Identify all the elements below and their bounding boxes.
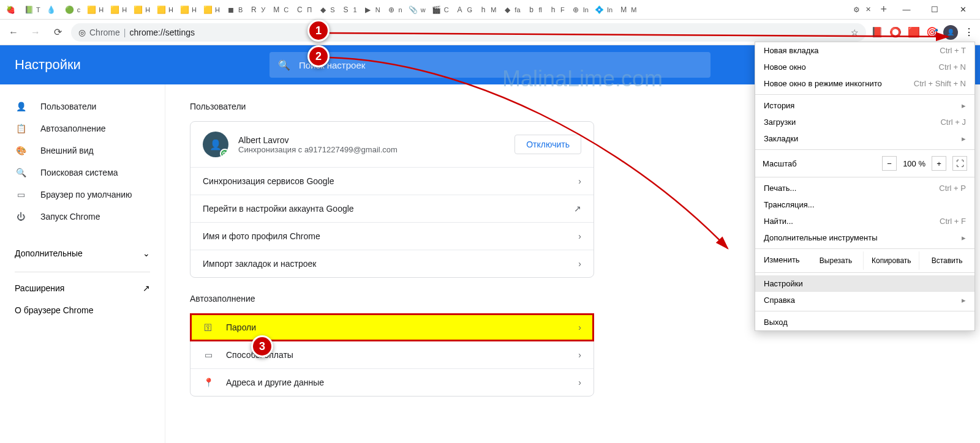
marker-3: 3: [251, 335, 273, 357]
tab[interactable]: 🎬C: [429, 1, 452, 19]
menu-incognito[interactable]: Новое окно в режиме инкогнитоCtrl + Shif…: [755, 75, 974, 92]
tab-title: w: [421, 6, 426, 13]
paste-button[interactable]: Вставить: [919, 251, 974, 270]
disconnect-button[interactable]: Отключить: [514, 135, 581, 154]
tab[interactable]: ◆fa: [499, 1, 523, 19]
tab-title: Н: [215, 6, 220, 13]
sidebar-advanced[interactable]: Дополнительные ⌄: [5, 240, 160, 267]
tab[interactable]: 🟨Н: [153, 1, 176, 19]
menu-exit[interactable]: Выход: [755, 314, 974, 330]
tab[interactable]: 🟨Н: [176, 1, 200, 19]
tab[interactable]: 🟢c: [62, 1, 84, 19]
extension-icon[interactable]: 📕: [871, 26, 883, 39]
sidebar-item[interactable]: 📋Автозаполнение: [5, 117, 160, 140]
tab[interactable]: AG: [452, 1, 476, 19]
tab[interactable]: 🟨Н: [130, 1, 153, 19]
sidebar-item[interactable]: 🔍Поисковая система: [5, 162, 160, 184]
sidebar-item[interactable]: ▭Браузер по умолчанию: [5, 184, 160, 206]
extension-icon[interactable]: 🎯: [926, 26, 938, 39]
fullscreen-button[interactable]: ⛶: [952, 156, 967, 171]
zoom-in-button[interactable]: +: [932, 156, 946, 171]
chevron-right-icon: ›: [578, 176, 581, 186]
omnibox[interactable]: ◎ Chrome | chrome://settings ☆: [71, 23, 866, 42]
tab[interactable]: ⊕n: [383, 1, 405, 19]
tab[interactable]: 📎w: [405, 1, 429, 19]
tab[interactable]: 🟨Н: [83, 1, 107, 19]
chevron-right-icon: ›: [578, 231, 581, 241]
menu-print[interactable]: Печать...Ctrl + P: [755, 180, 974, 196]
sidebar-item[interactable]: ⏻Запуск Chrome: [5, 206, 160, 228]
tab-favicon: ◆: [502, 5, 512, 15]
tab[interactable]: bfl: [524, 1, 546, 19]
tab[interactable]: 🟨Н: [107, 1, 130, 19]
star-icon[interactable]: ☆: [851, 28, 859, 37]
tab-favicon: 🟨: [179, 5, 189, 15]
sidebar-advanced-label: Дополнительные: [15, 248, 83, 258]
menu-history[interactable]: История▸: [755, 97, 974, 114]
extension-icon[interactable]: ⭕: [889, 26, 902, 39]
omnibox-url: chrome://settings: [129, 28, 195, 37]
tab[interactable]: 💠In: [592, 1, 616, 19]
menu-settings[interactable]: Настройки: [755, 275, 974, 292]
tab[interactable]: ◆S: [315, 1, 337, 19]
menu-help[interactable]: Справка▸: [755, 292, 974, 308]
tab-title: 1: [353, 6, 357, 13]
sidebar-item-icon: 🔍: [15, 168, 27, 177]
divider: [755, 177, 974, 177]
menu-new-tab[interactable]: Новая вкладкаCtrl + T: [755, 42, 974, 59]
close-tab-icon[interactable]: ✕: [864, 6, 872, 14]
menu-downloads[interactable]: ЗагрузкиCtrl + J: [755, 114, 974, 130]
menu-cast[interactable]: Трансляция...: [755, 196, 974, 213]
maximize-button[interactable]: ☐: [926, 1, 943, 18]
tab[interactable]: 🟨Н: [200, 1, 223, 19]
autofill-row[interactable]: 📍Адреса и другие данные›: [190, 368, 594, 396]
minimize-button[interactable]: —: [898, 1, 915, 18]
autofill-row[interactable]: ⚿Пароли›: [190, 314, 594, 341]
tab-favicon: b: [527, 5, 537, 15]
tab[interactable]: CП: [292, 1, 315, 19]
tab[interactable]: RУ: [246, 1, 268, 19]
tab[interactable]: hF: [545, 1, 568, 19]
copy-button[interactable]: Копировать: [864, 251, 919, 270]
tab[interactable]: MM: [616, 1, 639, 19]
name-photo-row[interactable]: Имя и фото профиля Chrome ›: [190, 222, 594, 250]
tab-title: В: [238, 6, 243, 13]
cut-button[interactable]: Вырезать: [809, 251, 864, 270]
tab-favicon: h: [478, 5, 488, 15]
new-tab-button[interactable]: +: [875, 3, 892, 16]
chevron-right-icon: ▸: [962, 101, 966, 110]
menu-find[interactable]: Найти...Ctrl + F: [755, 213, 974, 229]
menu-bookmarks[interactable]: Закладки▸: [755, 130, 974, 147]
import-bookmarks-row[interactable]: Импорт закладок и настроек ›: [190, 250, 594, 277]
sidebar-item[interactable]: 👤Пользователи: [5, 95, 160, 117]
google-account-row[interactable]: Перейти в настройки аккаунта Google ↗: [190, 195, 594, 222]
menu-new-window[interactable]: Новое окноCtrl + N: [755, 59, 974, 75]
tab[interactable]: ▶N: [360, 1, 383, 19]
settings-search-input[interactable]: [299, 60, 702, 70]
tab[interactable]: 💧: [43, 1, 62, 19]
sync-services-row[interactable]: Синхронизация сервисов Google ›: [190, 167, 594, 195]
tab[interactable]: S1: [338, 1, 360, 19]
forward-button[interactable]: →: [27, 24, 44, 41]
sidebar-item[interactable]: 🎨Внешний вид: [5, 140, 160, 162]
back-button[interactable]: ←: [5, 24, 22, 41]
active-tab[interactable]: ⚙ ✕: [848, 1, 875, 19]
reload-button[interactable]: ⟳: [49, 24, 66, 41]
tab[interactable]: 📗Т: [21, 1, 43, 19]
tab[interactable]: 🍓: [2, 1, 21, 19]
tab[interactable]: ◼В: [223, 1, 246, 19]
settings-search[interactable]: 🔍: [270, 52, 710, 78]
close-window-button[interactable]: ✕: [954, 1, 971, 18]
menu-button[interactable]: ⋮: [963, 26, 975, 39]
profile-avatar-icon[interactable]: 👤: [943, 25, 958, 40]
tab[interactable]: hM: [475, 1, 499, 19]
menu-more-tools[interactable]: Дополнительные инструменты▸: [755, 229, 974, 246]
extension-icon[interactable]: 🟥: [908, 26, 920, 39]
tab[interactable]: ⊕In: [568, 1, 592, 19]
tab-favicon: ▶: [363, 5, 373, 15]
chevron-right-icon: ▸: [962, 233, 966, 242]
tab[interactable]: MС: [268, 1, 292, 19]
zoom-out-button[interactable]: −: [882, 156, 897, 171]
sidebar-about[interactable]: О браузере Chrome: [5, 299, 160, 321]
sidebar-extensions[interactable]: Расширения ↗: [5, 277, 160, 299]
